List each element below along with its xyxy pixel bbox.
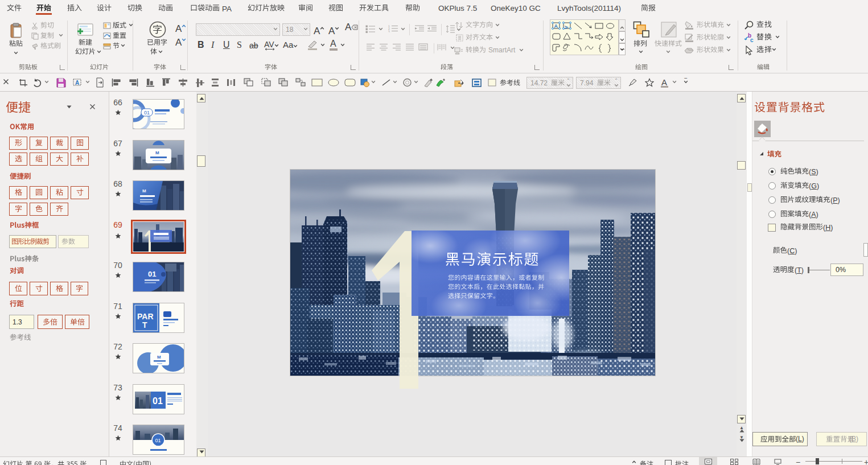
svg-text:A: A: [554, 23, 558, 29]
svg-text:01: 01: [148, 270, 156, 278]
svg-text:M: M: [155, 150, 159, 155]
svg-text:PAR: PAR: [137, 312, 154, 321]
svg-text:3: 3: [388, 30, 390, 32]
svg-text:01: 01: [155, 438, 161, 443]
svg-text:A: A: [75, 80, 79, 86]
svg-text:01: 01: [153, 396, 163, 406]
svg-text:M: M: [142, 188, 146, 194]
svg-text:M: M: [157, 355, 161, 360]
svg-text:01: 01: [144, 110, 150, 116]
svg-text:T: T: [142, 320, 147, 330]
svg-text:c: c: [750, 37, 754, 43]
